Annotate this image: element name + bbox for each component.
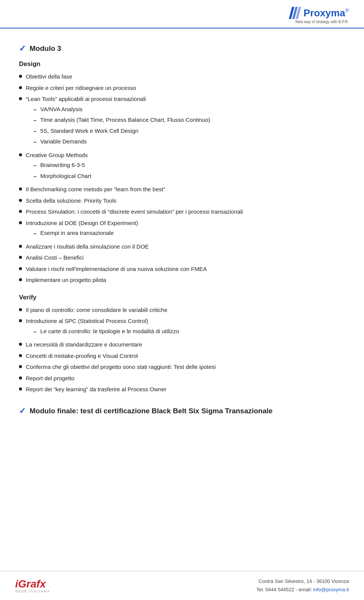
bullet-icon (19, 376, 22, 380)
dash-icon: – (33, 328, 36, 336)
item-text: Implementare un progetto pilota (26, 276, 345, 285)
footer-logo-sub: SEDE ITALIANA (15, 589, 50, 593)
dash-icon: – (33, 229, 36, 238)
bullet-icon (19, 245, 22, 248)
list-item: Obiettivi della fase (19, 72, 345, 81)
list-item: “Lean Tools” applicabili ai processi tra… (19, 95, 345, 148)
sub-text: Time analysis (Takt Time, Process Balanc… (40, 116, 345, 124)
list-item: Analizzare i risultati della simulazione… (19, 243, 345, 251)
list-item: Valutare i rischi nell’implementazione d… (19, 265, 345, 274)
list-item: Report dei “key learning” da trasferire … (19, 385, 345, 394)
item-text: La necessità di standardizzare e documen… (26, 340, 345, 349)
logo-tagline: New way of strategy with B.P.R. (290, 20, 349, 24)
footer-address: Contrà San Silvestro, 14 - 36100 Vicenza (259, 578, 349, 584)
bullet-icon (19, 267, 22, 270)
list-item: – Morphological Chart (26, 172, 345, 181)
header: Proxyma® New way of strategy with B.P.R. (0, 0, 364, 28)
sub-text: Esempi in area transazionale (40, 229, 345, 238)
logo-reg: ® (345, 8, 349, 13)
item-text: Regole e criteri per ridisegnare un proc… (26, 84, 345, 93)
sub-list: – Esempi in area transazionale (26, 229, 345, 238)
item-text: Obiettivi della fase (26, 72, 345, 81)
logo-slashes-icon (290, 9, 303, 16)
item-text: Process Simulation: i concetti di “discr… (26, 208, 345, 216)
bullet-icon (19, 278, 22, 281)
bullet-icon (19, 343, 22, 346)
dash-icon: – (33, 127, 36, 136)
item-text: Creative Group Methods – Brainwriting 6-… (26, 151, 345, 183)
dash-icon: – (33, 172, 36, 181)
item-text: Analisi Costi – Benefici (26, 254, 345, 262)
item-text: Valutare i rischi nell’implementazione d… (26, 265, 345, 274)
sub-list: – Brainwriting 6-3-5 – Morphological Cha… (26, 161, 345, 181)
footer-email-link[interactable]: info@proxyma.it (313, 587, 349, 592)
sub-list: – Le carte di controllo: le tipologie e … (26, 327, 345, 336)
list-item: – 5S, Standard Work e Work Cell Design (26, 127, 345, 136)
list-item: Analisi Costi – Benefici (19, 254, 345, 262)
bullet-icon (19, 97, 22, 100)
list-item: Process Simulation: i concetti di “discr… (19, 208, 345, 216)
item-text: Analizzare i risultati della simulazione… (26, 243, 345, 251)
bullet-icon (19, 319, 22, 322)
main-content: ✓ Modulo 3 Design Obiettivi della fase R… (0, 32, 364, 431)
item-text: Il piano di controllo: come consolidare … (26, 306, 345, 315)
item-text: Introduzione al DOE (Design Of Experimen… (26, 219, 345, 240)
sub-text: Le carte di controllo: le tipologie e le… (40, 327, 345, 336)
final-module-text: Modulo finale: test di certificazione Bl… (30, 407, 273, 415)
verify-heading: Verify (19, 294, 345, 301)
checkmark-icon: ✓ (19, 44, 26, 54)
bullet-icon (19, 210, 22, 213)
list-item: Conferma che gli obiettivi del progetto … (19, 363, 345, 372)
design-list: Obiettivi della fase Regole e criteri pe… (19, 72, 345, 285)
item-text: “Lean Tools” applicabili ai processi tra… (26, 95, 345, 148)
list-item: Il piano di controllo: come consolidare … (19, 306, 345, 315)
list-item: Scelta della soluzione: Priority Tools (19, 197, 345, 205)
design-heading: Design (19, 60, 345, 68)
design-section: Design Obiettivi della fase Regole e cri… (19, 60, 345, 285)
bullet-icon (19, 86, 22, 89)
module-title: Modulo 3 (30, 44, 61, 53)
list-item: Regole e criteri per ridisegnare un proc… (19, 84, 345, 93)
bullet-icon (19, 256, 22, 259)
list-item: – Time analysis (Takt Time, Process Bala… (26, 116, 345, 125)
list-item: – Variable Demands (26, 137, 345, 146)
list-item: – Brainwriting 6-3-5 (26, 161, 345, 170)
footer-contact: Contrà San Silvestro, 14 - 36100 Vicenza… (256, 577, 349, 594)
bullet-icon (19, 199, 22, 202)
list-item: Concetti di mistake-proofing e Visual Co… (19, 352, 345, 361)
final-checkmark-icon: ✓ (19, 406, 26, 416)
item-text: Report del progetto (26, 374, 345, 383)
footer-logo: iGrafx SEDE ITALIANA (15, 578, 50, 593)
bullet-icon (19, 153, 22, 156)
logo-area: Proxyma® New way of strategy with B.P.R. (290, 7, 349, 24)
item-text: Conferma che gli obiettivi del progetto … (26, 363, 345, 372)
list-item: Implementare un progetto pilota (19, 276, 345, 285)
dash-icon: – (33, 106, 36, 114)
footer-logo-text: iGrafx (15, 578, 46, 590)
list-item: La necessità di standardizzare e documen… (19, 340, 345, 349)
final-module: ✓ Modulo finale: test di certificazione … (19, 406, 345, 416)
list-item: Il Benchmarking come metodo per “learn f… (19, 185, 345, 194)
dash-icon: – (33, 161, 36, 170)
footer-phone: Tel. 0444 544522 - email: info@proxyma.i… (256, 587, 349, 592)
bullet-icon (19, 221, 22, 224)
bullet-icon (19, 387, 22, 391)
list-item: Introduzione al SPC (Statistical Process… (19, 317, 345, 338)
list-item: Report del progetto (19, 374, 345, 383)
list-item: – Le carte di controllo: le tipologie e … (26, 327, 345, 336)
bullet-icon (19, 365, 22, 368)
item-text: Concetti di mistake-proofing e Visual Co… (26, 352, 345, 361)
page-wrapper: Proxyma® New way of strategy with B.P.R.… (0, 0, 364, 600)
item-text: Introduzione al SPC (Statistical Process… (26, 317, 345, 338)
logo-name: Proxyma (304, 7, 345, 19)
list-item: – VA/NVA Analysis (26, 105, 345, 114)
verify-section: Verify Il piano di controllo: come conso… (19, 294, 345, 394)
item-text: Report dei “key learning” da trasferire … (26, 385, 345, 394)
sub-text: Morphological Chart (40, 172, 345, 181)
bullet-icon (19, 354, 22, 357)
sub-text: 5S, Standard Work e Work Cell Design (40, 127, 345, 135)
list-item: Introduzione al DOE (Design Of Experimen… (19, 219, 345, 240)
sub-list: – VA/NVA Analysis – Time analysis (Takt … (26, 105, 345, 146)
item-text: Scelta della soluzione: Priority Tools (26, 197, 345, 205)
list-item: Creative Group Methods – Brainwriting 6-… (19, 151, 345, 183)
